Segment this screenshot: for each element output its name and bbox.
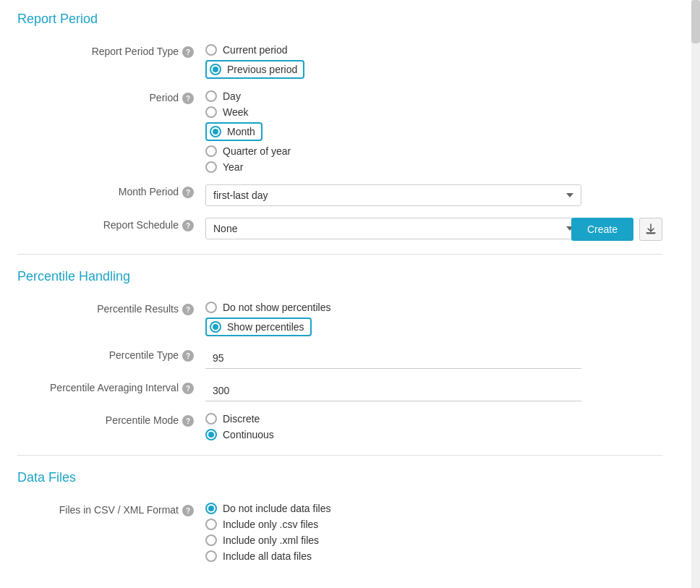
radio-discrete-label: Discrete xyxy=(223,413,260,425)
radio-month-input[interactable] xyxy=(210,126,221,137)
radio-previous-period-input[interactable] xyxy=(210,64,221,75)
percentile-averaging-help-icon[interactable]: ? xyxy=(182,383,194,394)
percentile-averaging-row: Percentile Averaging Interval ? xyxy=(17,380,662,401)
percentile-type-control xyxy=(205,348,662,369)
divider-2 xyxy=(17,455,662,456)
report-period-type-help-icon[interactable]: ? xyxy=(182,46,194,58)
percentile-mode-help-icon[interactable]: ? xyxy=(182,415,194,427)
month-period-control: first-last day xyxy=(205,184,662,206)
month-period-select[interactable]: first-last day xyxy=(205,184,581,206)
radio-show-percentiles-input[interactable] xyxy=(210,321,221,333)
radio-month-label: Month xyxy=(227,126,255,137)
report-schedule-row: Report Schedule ? None Create xyxy=(17,218,662,239)
radio-xml-only-input[interactable] xyxy=(205,534,217,546)
percentile-handling-title: Percentile Handling xyxy=(17,269,662,287)
radio-show-percentiles-label: Show percentiles xyxy=(227,321,304,333)
percentile-type-input[interactable] xyxy=(205,348,581,369)
radio-previous-period-label: Previous period xyxy=(227,64,297,75)
radio-previous-period[interactable]: Previous period xyxy=(205,60,662,79)
percentile-results-row: Percentile Results ? Do not show percent… xyxy=(17,302,662,336)
radio-continuous-input[interactable] xyxy=(205,429,217,440)
radio-csv-only-input[interactable] xyxy=(205,519,217,530)
percentile-averaging-control xyxy=(205,380,662,401)
files-csv-xml-label: Files in CSV / XML Format ? xyxy=(17,503,205,516)
radio-current-period-label: Current period xyxy=(223,44,288,56)
files-csv-xml-help-icon[interactable]: ? xyxy=(182,505,194,516)
radio-year-label: Year xyxy=(223,161,243,173)
report-period-type-control: Current period Previous period xyxy=(205,44,662,79)
month-period-label: Month Period ? xyxy=(17,184,205,198)
radio-day-input[interactable] xyxy=(205,90,217,102)
radio-csv-only-label: Include only .csv files xyxy=(223,519,318,530)
radio-year[interactable]: Year xyxy=(205,161,662,173)
percentile-mode-label: Percentile Mode ? xyxy=(17,413,205,427)
radio-csv-only[interactable]: Include only .csv files xyxy=(205,519,662,530)
radio-all-data-files-input[interactable] xyxy=(205,550,217,562)
radio-do-not-include[interactable]: Do not include data files xyxy=(205,503,662,514)
radio-week[interactable]: Week xyxy=(205,106,662,118)
period-label: Period ? xyxy=(17,90,205,104)
report-period-type-row: Report Period Type ? Current period Prev… xyxy=(17,44,662,79)
percentile-type-help-icon[interactable]: ? xyxy=(182,350,194,362)
radio-year-input[interactable] xyxy=(205,161,217,173)
radio-continuous-label: Continuous xyxy=(223,429,274,440)
period-row: Period ? Day Week Month Quarter of year xyxy=(17,90,662,173)
radio-week-label: Week xyxy=(223,106,249,118)
download-icon xyxy=(645,223,657,235)
radio-month[interactable]: Month xyxy=(205,122,662,141)
files-csv-xml-control: Do not include data files Include only .… xyxy=(205,503,662,562)
radio-quarter-input[interactable] xyxy=(205,145,217,157)
scrollbar-track[interactable] xyxy=(691,0,700,588)
report-schedule-select[interactable]: None xyxy=(205,218,581,239)
radio-do-not-include-label: Do not include data files xyxy=(223,503,330,514)
radio-discrete[interactable]: Discrete xyxy=(205,413,662,425)
report-period-title: Report Period xyxy=(17,12,662,30)
period-help-icon[interactable]: ? xyxy=(182,93,194,104)
percentile-results-control: Do not show percentiles Show percentiles xyxy=(205,302,662,336)
radio-quarter[interactable]: Quarter of year xyxy=(205,145,662,157)
radio-continuous[interactable]: Continuous xyxy=(205,429,662,440)
month-period-help-icon[interactable]: ? xyxy=(182,187,194,198)
radio-current-period-input[interactable] xyxy=(205,44,217,56)
percentile-results-label: Percentile Results ? xyxy=(17,302,205,315)
percentile-type-label: Percentile Type ? xyxy=(17,348,205,362)
percentile-results-help-icon[interactable]: ? xyxy=(182,304,194,315)
radio-current-period[interactable]: Current period xyxy=(205,44,662,56)
report-schedule-label: Report Schedule ? xyxy=(17,218,205,231)
radio-do-not-include-input[interactable] xyxy=(205,503,217,514)
scrollbar-thumb[interactable] xyxy=(691,0,700,43)
period-control: Day Week Month Quarter of year Year xyxy=(205,90,662,173)
svg-rect-0 xyxy=(646,233,655,234)
report-schedule-help-icon[interactable]: ? xyxy=(182,220,194,231)
percentile-type-row: Percentile Type ? xyxy=(17,348,662,369)
create-button[interactable]: Create xyxy=(571,218,633,241)
download-icon-button[interactable] xyxy=(639,218,662,241)
percentile-mode-control: Discrete Continuous xyxy=(205,413,662,440)
radio-do-not-show-input[interactable] xyxy=(205,302,217,313)
radio-all-data-files[interactable]: Include all data files xyxy=(205,550,662,562)
radio-do-not-show[interactable]: Do not show percentiles xyxy=(205,302,662,313)
radio-discrete-input[interactable] xyxy=(205,413,217,425)
action-buttons: Create xyxy=(571,218,662,241)
data-files-title: Data Files xyxy=(17,470,662,488)
radio-week-input[interactable] xyxy=(205,106,217,118)
radio-show-percentiles[interactable]: Show percentiles xyxy=(205,318,662,336)
radio-all-data-files-label: Include all data files xyxy=(223,550,312,562)
radio-quarter-label: Quarter of year xyxy=(223,145,291,157)
month-period-row: Month Period ? first-last day xyxy=(17,184,662,206)
radio-day-label: Day xyxy=(223,90,241,102)
percentile-averaging-label: Percentile Averaging Interval ? xyxy=(17,380,205,394)
radio-xml-only-label: Include only .xml files xyxy=(223,534,319,546)
radio-do-not-show-label: Do not show percentiles xyxy=(223,302,330,313)
radio-xml-only[interactable]: Include only .xml files xyxy=(205,534,662,546)
percentile-mode-row: Percentile Mode ? Discrete Continuous xyxy=(17,413,662,440)
report-period-type-label: Report Period Type ? xyxy=(17,44,205,58)
files-csv-xml-row: Files in CSV / XML Format ? Do not inclu… xyxy=(17,503,662,562)
divider-1 xyxy=(17,254,662,255)
percentile-averaging-input[interactable] xyxy=(205,380,581,401)
radio-day[interactable]: Day xyxy=(205,90,662,102)
